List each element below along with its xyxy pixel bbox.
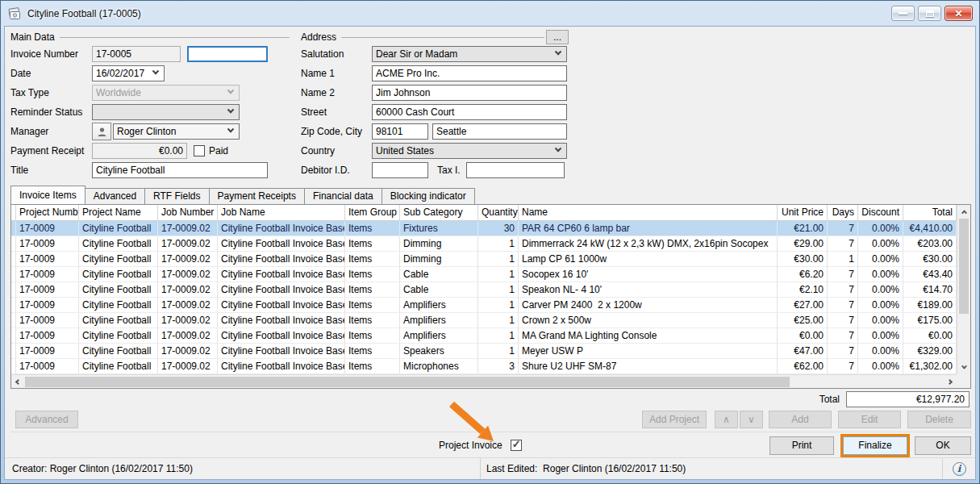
column-header[interactable]: Quantity [478, 205, 519, 220]
zip-field[interactable]: 98101 [372, 123, 428, 140]
vertical-scrollbar[interactable] [957, 205, 970, 374]
cell: 17-0009 [16, 252, 79, 266]
table-row[interactable]: 17-0009Cityline Football17-0009.02Cityli… [11, 267, 957, 282]
scroll-up-icon[interactable] [957, 205, 971, 219]
finalize-button[interactable]: Finalize [843, 436, 907, 455]
cell: Items [345, 282, 400, 297]
ok-button[interactable]: OK [915, 436, 971, 455]
cell: €6.20 [778, 267, 828, 282]
minimize-button[interactable] [891, 6, 915, 21]
column-header[interactable]: Total [903, 205, 957, 220]
move-up-button[interactable]: ∧ [715, 411, 738, 428]
cell: €25.00 [778, 313, 828, 328]
cell: Speakon NL- 4 10' [519, 282, 778, 297]
window-title: Cityline Football (17-0005) [27, 8, 141, 19]
invoice-number-field[interactable]: 17-0005 [92, 46, 181, 62]
cell: Items [345, 221, 400, 236]
tab-rtf-fields[interactable]: RTF Fields [144, 188, 209, 204]
print-button[interactable]: Print [769, 436, 834, 455]
payment-receipt-field: €0.00 [92, 143, 187, 159]
add-button[interactable]: Add [769, 411, 832, 428]
info-icon[interactable]: i [953, 462, 966, 476]
cell: Cityline Football Invoice Base [218, 267, 345, 282]
table-row[interactable]: 17-0009Cityline Football17-0009.02Cityli… [11, 344, 957, 359]
tab-payment-receipts[interactable]: Payment Receipts [209, 188, 305, 204]
city-field[interactable]: Seattle [432, 123, 567, 140]
horizontal-scroll-thumb[interactable] [25, 377, 790, 387]
street-field[interactable]: 60000 Cash Court [372, 104, 567, 120]
scroll-left-icon[interactable] [11, 375, 25, 389]
table-row[interactable]: 17-0009Cityline Football17-0009.02Cityli… [11, 252, 957, 267]
creator-label: Creator: [12, 463, 47, 474]
tab-advanced[interactable]: Advanced [85, 188, 145, 204]
scroll-down-icon[interactable] [957, 361, 971, 374]
table-row[interactable]: 17-0009Cityline Football17-0009.02Cityli… [11, 221, 957, 236]
cell: Items [345, 267, 400, 282]
close-button[interactable]: ✕ [945, 6, 973, 21]
salutation-dropdown[interactable]: Dear Sir or Madam [372, 46, 567, 62]
table-row[interactable]: 17-0009Cityline Football17-0009.02Cityli… [11, 236, 957, 252]
column-header[interactable]: Sub Category [400, 205, 478, 220]
maximize-button[interactable] [918, 6, 941, 21]
edit-button[interactable]: Edit [838, 411, 901, 428]
column-header[interactable]: Unit Price [778, 205, 828, 220]
project-invoice-checkbox[interactable] [511, 440, 522, 451]
table-row[interactable]: 17-0009Cityline Football17-0009.02Cityli… [11, 359, 957, 374]
debitor-id-field[interactable] [372, 162, 428, 178]
tax-i-label: Tax I. [437, 165, 461, 176]
cell: €14.70 [903, 282, 957, 297]
column-header[interactable]: Project Name [79, 205, 158, 220]
country-dropdown[interactable]: United States [372, 143, 567, 159]
divider [10, 432, 971, 432]
cell: 17-0009.02 [158, 313, 218, 328]
cell: €189.00 [903, 298, 957, 312]
column-header[interactable]: Job Name [218, 205, 345, 220]
cell: €203.00 [903, 236, 957, 251]
name2-field[interactable]: Jim Johnson [372, 85, 567, 101]
table-row[interactable]: 17-0009Cityline Football17-0009.02Cityli… [11, 298, 957, 313]
tab-invoice-items[interactable]: Invoice Items [10, 186, 85, 204]
invoice-number-label: Invoice Number [10, 48, 92, 60]
title-field[interactable]: Cityline Football [92, 162, 268, 178]
vertical-scroll-thumb[interactable] [959, 219, 969, 314]
cell: Cityline Football [79, 328, 158, 343]
date-dropdown[interactable]: 16/02/2017 [92, 65, 165, 81]
invoice-number-extra-field[interactable] [187, 46, 268, 62]
delete-button[interactable]: Delete [907, 411, 971, 428]
column-header[interactable]: Project Number [16, 205, 79, 220]
tax-i-field[interactable] [466, 162, 565, 178]
cell: Cityline Football [79, 282, 158, 297]
cell: Items [345, 359, 400, 373]
cell: €47.00 [778, 344, 828, 358]
column-header[interactable]: Name [519, 205, 778, 220]
add-project-button[interactable]: Add Project [642, 411, 707, 428]
manager-dropdown[interactable]: Roger Clinton [113, 123, 240, 140]
minimize-icon [899, 12, 907, 15]
horizontal-scrollbar[interactable] [11, 374, 957, 388]
name1-field[interactable]: ACME Pro Inc. [372, 65, 567, 81]
advanced-button[interactable]: Advanced [15, 411, 78, 428]
manager-person-button[interactable] [92, 123, 111, 140]
move-down-button[interactable]: ∨ [740, 411, 763, 428]
last-edited-label: Last Edited: [486, 463, 537, 474]
column-header[interactable]: Item Group [345, 205, 400, 220]
column-header[interactable]: Days [828, 205, 858, 220]
cell: 17-0009.02 [158, 236, 218, 251]
tab-blocking-indicator[interactable]: Blocking indicator [382, 188, 475, 204]
name1-label: Name 1 [301, 68, 372, 79]
address-browse-button[interactable]: ... [546, 30, 569, 44]
status-bar: Creator: Roger Clinton (16/02/2017 11:50… [5, 457, 975, 479]
tab-financial-data[interactable]: Financial data [304, 188, 382, 204]
cell: Fixtures [400, 221, 478, 236]
table-row[interactable]: 17-0009Cityline Football17-0009.02Cityli… [11, 328, 957, 344]
cell: €0.00 [903, 328, 957, 343]
paid-checkbox[interactable] [194, 145, 205, 156]
last-edited-value: Roger Clinton (16/02/2017 11:50) [543, 463, 686, 474]
column-header[interactable]: Discount [858, 205, 903, 220]
date-label: Date [10, 68, 92, 79]
column-header[interactable]: Job Number [158, 205, 218, 220]
table-row[interactable]: 17-0009Cityline Football17-0009.02Cityli… [11, 313, 957, 328]
reminder-status-dropdown[interactable] [92, 104, 240, 120]
scroll-right-icon[interactable] [943, 375, 957, 389]
table-row[interactable]: 17-0009Cityline Football17-0009.02Cityli… [11, 282, 957, 298]
